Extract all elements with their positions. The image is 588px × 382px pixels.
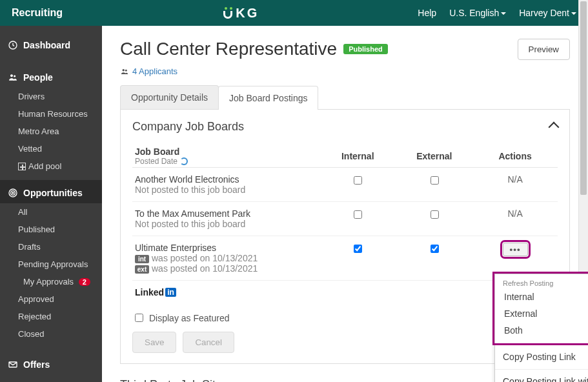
nav-opp-my-approvals[interactable]: My Approvals 2: [0, 273, 102, 290]
envelope-icon: [8, 359, 18, 370]
table-row: To the Max Amusement Park Not posted to …: [132, 202, 558, 236]
dd-refresh-both[interactable]: Both: [496, 322, 588, 339]
nav-opp-closed[interactable]: Closed: [0, 325, 102, 343]
actions-na: N/A: [472, 202, 558, 236]
actions-dropdown: Refresh Posting Internal External Both C…: [494, 274, 588, 382]
external-checkbox[interactable]: [431, 176, 439, 185]
page-title: Call Center Representative Published: [120, 39, 388, 59]
scrollbar-thumb[interactable]: [580, 1, 587, 195]
nav-opp-published[interactable]: Published: [0, 221, 102, 238]
preview-button[interactable]: Preview: [518, 39, 570, 60]
ukg-u-icon: [223, 7, 234, 19]
people-icon: [120, 67, 129, 76]
panel-title: Company Job Boards: [132, 120, 244, 134]
dd-refresh-external[interactable]: External: [496, 305, 588, 322]
nav-dashboard[interactable]: Dashboard: [0, 32, 102, 55]
job-board-name: Ultimate Enterprises: [135, 243, 317, 253]
not-posted-text: Not posted to this job board: [135, 219, 317, 229]
status-badge: Published: [343, 44, 388, 54]
nav-people-vetted[interactable]: Vetted: [0, 140, 102, 157]
nav-people-drivers[interactable]: Drivers: [0, 88, 102, 105]
refresh-posting-group: Refresh Posting Internal External Both: [495, 274, 588, 343]
sidebar: Dashboard People Drivers Human Resources…: [0, 26, 102, 382]
svg-point-7: [123, 68, 125, 71]
tabs: Opportunity Details Job Board Postings: [120, 85, 570, 110]
save-button[interactable]: Save: [132, 332, 176, 353]
display-featured-checkbox[interactable]: [135, 314, 143, 322]
ext-badge: ext: [135, 265, 149, 274]
svg-point-5: [12, 192, 14, 194]
dd-refresh-title: Refresh Posting: [496, 277, 588, 288]
help-link[interactable]: Help: [418, 8, 436, 18]
external-checkbox[interactable]: [431, 245, 439, 253]
nav-add-pool[interactable]: Add pool: [0, 157, 102, 175]
ext-posted-line: extwas posted on 10/13/2021: [135, 263, 317, 274]
plus-box-icon: [18, 163, 26, 170]
nav-opp-drafts[interactable]: Drafts: [0, 238, 102, 256]
col-jobboard: Job Board: [135, 146, 317, 157]
ukg-logo: K G: [63, 6, 418, 21]
cancel-button[interactable]: Cancel: [183, 332, 234, 353]
col-posted-date: Posted Date: [135, 157, 177, 166]
tab-opportunity-details[interactable]: Opportunity Details: [120, 85, 219, 109]
svg-point-8: [125, 69, 127, 71]
nav-opp-pending[interactable]: Pending Approvals: [0, 256, 102, 273]
job-board-name: To the Max Amusement Park: [135, 208, 317, 219]
clock-icon: [8, 40, 18, 50]
target-icon: [8, 188, 18, 198]
locale-selector[interactable]: U.S. English: [449, 8, 506, 18]
internal-checkbox[interactable]: [354, 176, 362, 185]
nav-people[interactable]: People: [0, 65, 102, 88]
not-posted-text: Not posted to this job board: [135, 185, 317, 195]
applicants-link[interactable]: 4 Applicants: [120, 66, 570, 76]
linkedin-in-icon: in: [165, 288, 176, 297]
people-icon: [8, 72, 18, 83]
nav-opp-approved[interactable]: Approved: [0, 290, 102, 308]
app-area-label: Recruiting: [12, 7, 63, 19]
svg-point-2: [14, 75, 15, 77]
nav-people-metro[interactable]: Metro Area: [0, 123, 102, 140]
actions-na: N/A: [472, 168, 558, 202]
col-external: External: [396, 143, 473, 168]
internal-checkbox[interactable]: [354, 210, 362, 219]
nav-opportunities[interactable]: Opportunities: [0, 180, 102, 203]
nav-opp-all[interactable]: All: [0, 203, 102, 221]
refresh-icon[interactable]: [180, 157, 188, 165]
linkedin-label: Linkedin: [135, 287, 176, 297]
col-internal: Internal: [319, 143, 396, 168]
user-menu[interactable]: Harvey Dent: [519, 8, 576, 18]
external-checkbox[interactable]: [431, 210, 439, 219]
table-row: Another World Electronics Not posted to …: [132, 168, 558, 202]
col-actions: Actions: [472, 143, 558, 168]
topbar: Recruiting K G Help U.S. English Harvey …: [0, 0, 588, 26]
int-badge: int: [135, 255, 149, 263]
approvals-count-badge: 2: [79, 278, 90, 286]
dd-copy-link[interactable]: Copy Posting Link: [495, 346, 588, 368]
nav-offers[interactable]: Offers: [0, 352, 102, 375]
dd-copy-link-source[interactable]: Copy Posting Link with Source Code: [495, 371, 588, 382]
tab-job-board-postings[interactable]: Job Board Postings: [218, 86, 318, 110]
nav-people-hr[interactable]: Human Resources: [0, 105, 102, 123]
nav-opp-rejected[interactable]: Rejected: [0, 308, 102, 325]
int-posted-line: intwas posted on 10/13/2021: [135, 253, 317, 263]
job-board-name: Another World Electronics: [135, 174, 317, 185]
main-content: Call Center Representative Published Pre…: [102, 26, 588, 382]
caret-down-icon: [571, 12, 576, 17]
dd-refresh-internal[interactable]: Internal: [496, 288, 588, 305]
caret-down-icon: [501, 12, 506, 17]
internal-checkbox[interactable]: [354, 245, 362, 253]
collapse-icon[interactable]: [549, 121, 560, 132]
svg-point-1: [10, 74, 13, 77]
row-actions-button[interactable]: •••: [503, 243, 528, 256]
